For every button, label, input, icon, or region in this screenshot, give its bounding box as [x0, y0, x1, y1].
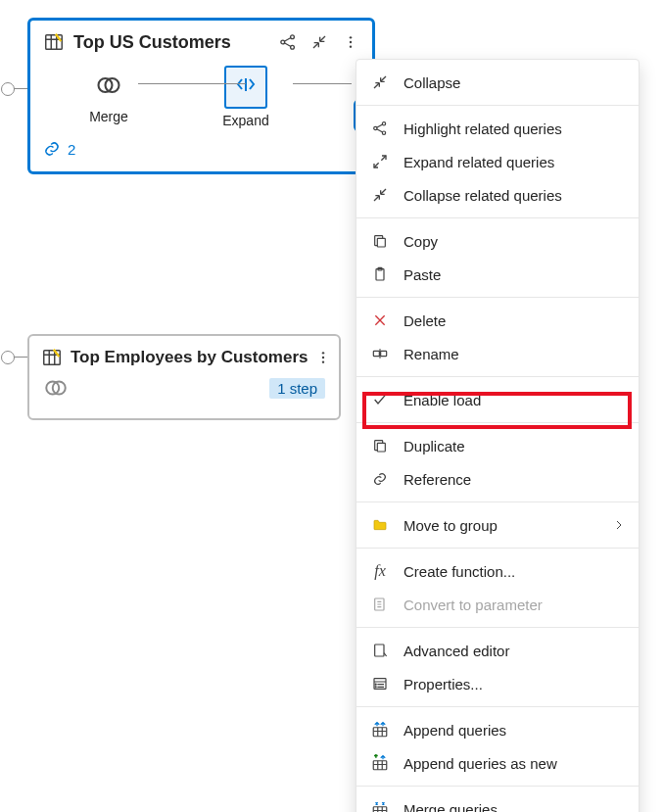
menu-item-append-queries-new[interactable]: Append queries as new — [356, 746, 639, 780]
menu-item-collapse[interactable]: Collapse — [356, 66, 639, 99]
copy-icon — [370, 231, 390, 251]
connector-dot — [1, 82, 15, 96]
advanced-editor-icon — [370, 641, 390, 660]
menu-separator — [356, 706, 639, 707]
svg-rect-30 — [373, 761, 387, 770]
query-card-top-employees[interactable]: Top Employees by Customers 1 step — [27, 334, 341, 420]
menu-item-copy[interactable]: Copy — [356, 224, 639, 258]
menu-item-highlight-related[interactable]: Highlight related queries — [356, 112, 639, 145]
menu-separator — [356, 297, 639, 298]
folder-icon — [370, 515, 390, 535]
svg-point-6 — [350, 45, 352, 47]
menu-item-move-to-group[interactable]: Move to group — [356, 508, 639, 542]
menu-item-enable-load[interactable]: Enable load — [356, 383, 639, 416]
collapse-icon[interactable] — [308, 30, 331, 54]
svg-rect-23 — [377, 443, 385, 452]
merge-step-icon — [89, 66, 128, 105]
function-icon: fx — [370, 561, 390, 581]
svg-point-10 — [322, 352, 324, 354]
menu-separator — [356, 217, 639, 218]
menu-item-advanced-editor[interactable]: Advanced editor — [356, 634, 639, 667]
expand-icon — [370, 152, 390, 171]
step-label: Expand — [222, 113, 268, 128]
menu-separator — [356, 548, 639, 549]
menu-separator — [356, 376, 639, 377]
more-options-icon[interactable] — [339, 30, 362, 54]
menu-item-properties[interactable]: Properties... — [356, 667, 639, 700]
connector-line — [14, 357, 27, 358]
expand-step-icon — [224, 66, 267, 109]
connector-dot — [1, 351, 15, 364]
svg-point-12 — [322, 360, 324, 362]
chevron-right-icon — [613, 519, 625, 531]
menu-item-delete[interactable]: Delete — [356, 304, 639, 337]
svg-point-4 — [350, 36, 352, 38]
connector-line — [14, 88, 27, 89]
rename-icon — [370, 344, 390, 363]
svg-rect-22 — [381, 351, 387, 356]
query-table-icon — [41, 346, 63, 369]
flow-line — [138, 83, 246, 84]
query-card-top-us-customers[interactable]: Top US Customers — [27, 18, 375, 174]
menu-item-collapse-related[interactable]: Collapse related queries — [356, 178, 639, 212]
menu-item-create-function[interactable]: fx Create function... — [356, 554, 639, 588]
merge-icon — [370, 799, 390, 812]
menu-item-append-queries[interactable]: Append queries — [356, 713, 639, 746]
diagram-canvas: Top US Customers — [0, 0, 664, 812]
svg-rect-29 — [373, 728, 387, 737]
duplicate-icon — [370, 436, 390, 455]
card-body: Merge Expand — [30, 62, 372, 136]
one-step-badge[interactable]: 1 step — [269, 378, 325, 399]
step-merge[interactable]: Merge — [70, 66, 148, 124]
card-header: Top Employees by Customers — [29, 336, 339, 373]
paste-icon — [370, 264, 390, 284]
svg-rect-0 — [46, 35, 63, 50]
svg-point-11 — [322, 357, 324, 358]
menu-separator — [356, 786, 639, 787]
merge-step-icon[interactable] — [43, 375, 69, 401]
menu-item-paste[interactable]: Paste — [356, 258, 639, 291]
flow-line — [293, 83, 352, 84]
append-icon — [370, 720, 390, 740]
parameter-icon — [370, 595, 390, 614]
step-expand[interactable]: Expand — [207, 66, 285, 128]
properties-icon — [370, 674, 390, 693]
link-icon — [42, 140, 62, 158]
menu-item-convert-to-parameter: Convert to parameter — [356, 588, 639, 621]
delete-icon — [370, 310, 390, 330]
append-new-icon — [370, 753, 390, 773]
svg-rect-18 — [377, 238, 385, 247]
svg-point-28 — [375, 687, 376, 688]
context-menu: Collapse Highlight related queries Expan… — [356, 59, 640, 812]
svg-point-27 — [375, 684, 376, 685]
menu-item-reference[interactable]: Reference — [356, 462, 639, 496]
menu-item-expand-related[interactable]: Expand related queries — [356, 145, 639, 178]
query-table-icon — [42, 30, 66, 54]
collapse-icon — [370, 72, 390, 92]
menu-separator — [356, 627, 639, 628]
menu-separator — [356, 422, 639, 423]
svg-point-5 — [350, 41, 352, 43]
card-title: Top Employees by Customers — [71, 348, 308, 367]
checkmark-icon — [370, 390, 390, 409]
more-options-icon[interactable] — [315, 346, 331, 369]
share-icon[interactable] — [276, 30, 300, 54]
share-icon — [370, 119, 390, 138]
step-label: Merge — [89, 109, 128, 124]
card-header: Top US Customers — [30, 21, 372, 62]
card-footer[interactable]: 2 — [30, 136, 372, 167]
card-title: Top US Customers — [73, 32, 268, 53]
reference-icon — [370, 469, 390, 489]
reference-count: 2 — [68, 141, 75, 158]
svg-rect-31 — [373, 807, 387, 812]
svg-rect-9 — [44, 351, 61, 365]
menu-item-merge-queries[interactable]: Merge queries — [356, 792, 639, 812]
svg-rect-25 — [375, 645, 384, 656]
menu-separator — [356, 105, 639, 106]
menu-item-rename[interactable]: Rename — [356, 337, 639, 370]
menu-item-duplicate[interactable]: Duplicate — [356, 429, 639, 462]
menu-separator — [356, 502, 639, 502]
collapse-icon — [370, 185, 390, 205]
svg-rect-21 — [373, 351, 379, 356]
